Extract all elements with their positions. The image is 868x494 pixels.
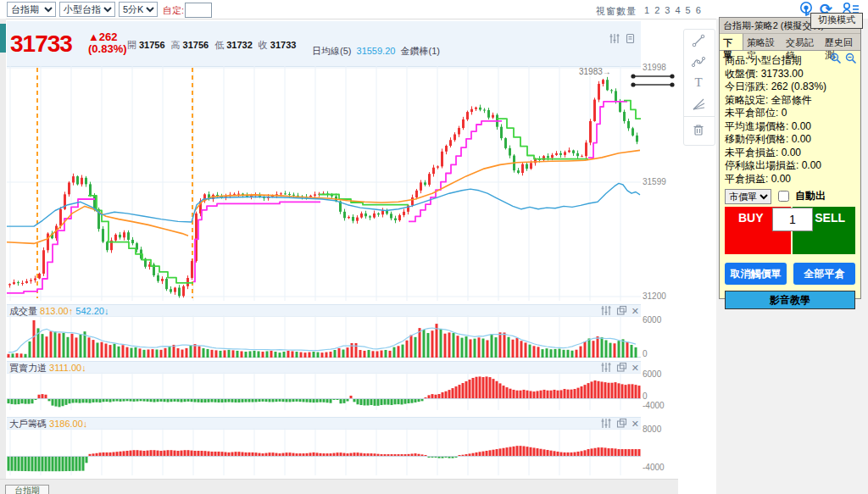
close-all-button[interactable]: 全部平倉 bbox=[793, 263, 855, 285]
window-count-label: 視窗數量 bbox=[596, 5, 637, 18]
ohlc-label: 高 bbox=[171, 40, 181, 50]
tab-歷史回測[interactable]: 歷史回測 bbox=[821, 34, 860, 50]
axis-label: 6000 bbox=[643, 369, 661, 379]
custom-kline-input[interactable] bbox=[185, 3, 212, 18]
chart-header: 31733 ▲262 (0.83%) 開31756高31756低31732收31… bbox=[7, 21, 641, 67]
ohlc-value: 31732 bbox=[226, 40, 253, 50]
zoom-out-icon[interactable] bbox=[845, 53, 857, 64]
indicator-settings-icon[interactable] bbox=[609, 33, 620, 44]
info-row: 移動停利價格: 0.00 bbox=[725, 133, 855, 147]
cancel-trigger-button[interactable]: 取消觸價單 bbox=[725, 263, 787, 285]
info-row: 平倉損益: 0.00 bbox=[725, 173, 855, 186]
axis-label: 8000 bbox=[643, 425, 661, 434]
trendline-tool-icon[interactable] bbox=[684, 30, 713, 51]
font-zoom-controls bbox=[830, 53, 857, 64]
chips-chart[interactable] bbox=[7, 428, 641, 475]
last-price: 31733 bbox=[10, 31, 72, 58]
ohlc-readout: 開31756高31756低31732收31733 bbox=[127, 39, 302, 52]
switch-mode-button[interactable]: 切換模式 bbox=[810, 13, 863, 29]
trash-icon[interactable] bbox=[684, 119, 713, 140]
info-row: 平均進場價格: 0.00 bbox=[725, 120, 855, 134]
text-tool-icon[interactable]: T bbox=[684, 72, 713, 93]
quantity-input[interactable] bbox=[772, 208, 813, 231]
price-change: ▲262 (0.83%) bbox=[88, 31, 127, 55]
candlestick-chart[interactable] bbox=[7, 66, 641, 301]
ohlc-label: 低 bbox=[214, 40, 224, 50]
polyline-tool-icon[interactable] bbox=[684, 51, 713, 72]
window-count-option[interactable]: 5 bbox=[686, 5, 692, 15]
ohlc-label: 收 bbox=[259, 40, 268, 50]
bar-indicator-label: 金鑽棒(1) bbox=[400, 46, 439, 56]
drawing-toolbar: T bbox=[683, 29, 715, 146]
axis-label: 0 bbox=[643, 349, 648, 358]
fan-lines-tool-icon[interactable] bbox=[684, 93, 713, 114]
tutorial-button[interactable]: 影音教學 bbox=[725, 291, 855, 309]
panel-grip[interactable] bbox=[0, 24, 6, 53]
info-row: 未平倉部位: 0 bbox=[725, 107, 855, 120]
ohlc-value: 31733 bbox=[270, 40, 297, 50]
force-chart[interactable] bbox=[7, 372, 641, 410]
product-select[interactable]: 小型台指期 bbox=[59, 2, 115, 17]
ohlc-label: 開 bbox=[127, 40, 136, 50]
peak-annotation: 31983→ bbox=[579, 67, 611, 76]
ma-value: 31559.20 bbox=[357, 46, 396, 56]
price-axis: 3199831599312006000060000-40008000-4000 bbox=[643, 0, 681, 494]
axis-label: 6000 bbox=[643, 315, 661, 325]
note-icon[interactable] bbox=[625, 33, 636, 44]
info-row: 策略設定: 全部條件 bbox=[725, 94, 855, 108]
main-chart-icons bbox=[609, 33, 636, 44]
info-row: 收盤價: 31733.00 bbox=[725, 68, 855, 81]
axis-label: 31998 bbox=[643, 63, 666, 72]
close-panel-icon[interactable]: ✕ bbox=[632, 419, 639, 429]
order-tab-content: 商品: 小型台指期收盤價: 31733.00今日漲跌: 262 (0.83%)策… bbox=[720, 51, 860, 309]
axis-label: -4000 bbox=[643, 463, 665, 472]
close-panel-icon[interactable]: ✕ bbox=[632, 363, 639, 373]
buy-sell-block: BUY SELL bbox=[725, 207, 855, 254]
ma-label: 日均線(5) bbox=[312, 46, 351, 56]
order-type-select[interactable]: 市價單 bbox=[725, 189, 771, 204]
info-row: 今日漲跌: 262 (0.83%) bbox=[725, 80, 855, 94]
ohlc-value: 31756 bbox=[139, 40, 165, 50]
change-percent: (0.83%) bbox=[88, 42, 127, 55]
interval-select[interactable]: 5分K bbox=[119, 2, 158, 17]
strategy-trade-panel: 台指期-策略2 (模擬交易) 下單策略設定交易記錄歷史回測 商品: 小型台指期收… bbox=[719, 17, 861, 299]
tab-下單[interactable]: 下單 bbox=[720, 34, 743, 50]
close-panel-icon[interactable]: ✕ bbox=[632, 306, 639, 316]
custom-kline-label: 自定: bbox=[163, 4, 184, 17]
change-value: ▲262 bbox=[88, 31, 118, 43]
axis-label: 31200 bbox=[643, 291, 666, 301]
trade-panel-tabs: 下單策略設定交易記錄歷史回測 bbox=[720, 34, 860, 51]
strategy-info-rows: 商品: 小型台指期收盤價: 31733.00今日漲跌: 262 (0.83%)策… bbox=[725, 54, 855, 186]
window-count-option[interactable]: 6 bbox=[696, 5, 702, 15]
axis-label: -4000 bbox=[643, 401, 665, 410]
axis-label: 0 bbox=[643, 391, 648, 401]
auto-close-label: 自動出 bbox=[795, 190, 826, 203]
tab-交易記錄[interactable]: 交易記錄 bbox=[782, 34, 821, 50]
info-row: 未平倉損益: 0.00 bbox=[725, 147, 855, 160]
bottom-strip: 台指期 bbox=[0, 479, 678, 494]
left-collapse-strip[interactable] bbox=[0, 19, 6, 494]
bottom-symbol-tab[interactable]: 台指期 bbox=[5, 485, 49, 494]
info-row: 停利線出場損益: 0.00 bbox=[725, 159, 855, 173]
indicator-readout: 日均線(5) 31559.20 金鑽棒(1) bbox=[312, 45, 440, 58]
order-buttons-row: 取消觸價單 全部平倉 bbox=[725, 263, 855, 285]
axis-label: 31599 bbox=[643, 177, 666, 186]
zoom-in-icon[interactable] bbox=[830, 53, 842, 64]
tab-策略設定[interactable]: 策略設定 bbox=[743, 34, 782, 50]
volume-chart[interactable] bbox=[7, 315, 641, 358]
symbol-select[interactable]: 台指期 bbox=[7, 2, 56, 17]
order-type-row: 市價單 自動出 bbox=[725, 188, 855, 204]
auto-close-checkbox[interactable] bbox=[778, 191, 789, 202]
ohlc-value: 31756 bbox=[183, 40, 209, 50]
